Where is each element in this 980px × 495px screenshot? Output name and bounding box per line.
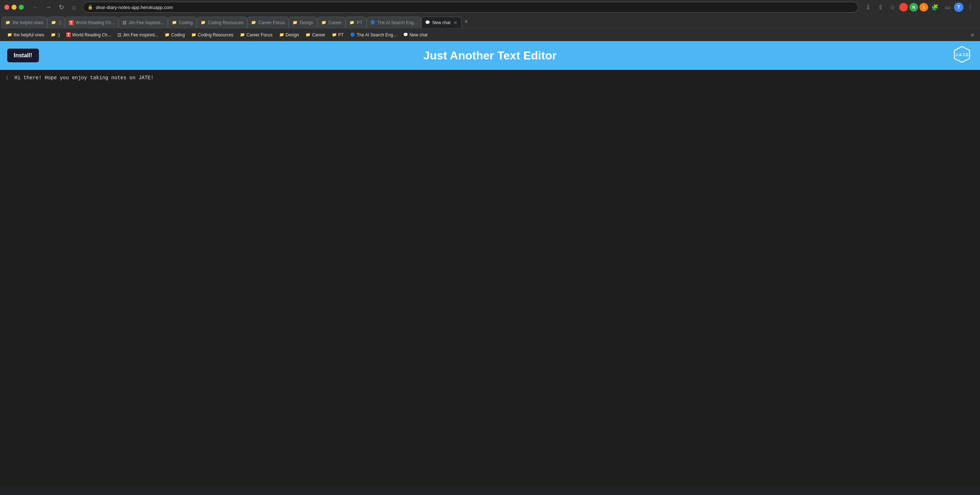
tab-favicon-coding: 📁 — [172, 20, 177, 25]
tab-label-smiley: :) — [58, 20, 61, 25]
tab-label-jimfee: Jim Fee inspired... — [129, 20, 164, 25]
download-button[interactable]: ⇩ — [862, 2, 873, 13]
tab-pt[interactable]: 📁 PT — [345, 17, 366, 28]
nav-buttons: ← → ↻ ⌂ — [30, 2, 80, 13]
tabs-bar: 📁 the helpful ones 📁 :) T World Reading … — [0, 14, 980, 28]
app-header: Install! Just Another Text Editor J.A.T.… — [0, 41, 980, 70]
tab-favicon-design: 📁 — [293, 20, 298, 25]
tab-aisearch[interactable]: 🔵 The AI Search Eng... — [366, 17, 422, 28]
maximize-window-button[interactable] — [19, 5, 24, 10]
bookmark-icon-career: 📁 — [305, 32, 310, 37]
address-bar[interactable]: 🔒 dear-diary-notes-app.herokuapp.com — [83, 2, 858, 13]
tab-career[interactable]: 📁 Career — [317, 17, 346, 28]
address-text: dear-diary-notes-app.herokuapp.com — [96, 5, 854, 10]
extension-icon-green[interactable]: N — [909, 3, 918, 11]
tab-smiley[interactable]: 📁 :) — [47, 17, 65, 28]
tab-label-helpful: the helpful ones — [13, 20, 43, 25]
editor-area[interactable]: 1 Hi there! Hope you enjoy taking notes … — [0, 70, 980, 485]
bookmark-label-codingres: Coding Resources — [198, 32, 234, 37]
back-button[interactable]: ← — [30, 2, 41, 13]
close-window-button[interactable] — [4, 5, 10, 10]
browser-toolbar-icons: ⇩ ⇧ ☆ N 1 🧩 ▭ T ⋮ — [862, 2, 976, 13]
tab-label-design: Design — [300, 20, 313, 25]
bookmark-label-jimfee: Jim Fee inspired... — [123, 32, 158, 37]
bookmark-icon-coding: 📁 — [165, 32, 170, 37]
tab-favicon-career: 📁 — [321, 20, 326, 25]
toggle-sidebar-button[interactable]: ▭ — [942, 2, 953, 13]
bookmark-world[interactable]: T World Reading Ch... — [64, 31, 114, 39]
bookmark-coding[interactable]: 📁 Coding — [162, 31, 188, 39]
more-menu-button[interactable]: ⋮ — [965, 2, 976, 13]
bookmark-icon-codingres: 📁 — [191, 32, 196, 37]
tab-favicon-helpful: 📁 — [5, 20, 10, 25]
extensions-button[interactable]: 🧩 — [929, 2, 940, 13]
tab-favicon-smiley: 📁 — [51, 20, 56, 25]
bookmark-careerfocus[interactable]: 📁 Career Focus — [237, 31, 275, 39]
bookmark-icon-newchat: 💬 — [403, 32, 408, 37]
tab-label-coding: Coding — [179, 20, 193, 25]
bookmark-label-careerfocus: Career Focus — [247, 32, 273, 37]
tab-world[interactable]: T World Reading Ch... — [65, 17, 119, 28]
bookmark-jimfee[interactable]: 🖼 Jim Fee inspired... — [115, 31, 161, 39]
bookmarks-more-button[interactable]: » — [969, 31, 976, 38]
tab-label-careerfocus: Career Focus — [258, 20, 285, 25]
tab-newchat[interactable]: 💬 New chat ✕ — [421, 17, 461, 28]
title-bar: ← → ↻ ⌂ 🔒 dear-diary-notes-app.herokuapp… — [0, 0, 980, 14]
jate-hex-icon: J.A.T.E — [953, 45, 971, 66]
bookmark-star-button[interactable]: ☆ — [887, 2, 898, 13]
bookmark-icon-pt: 📁 — [332, 32, 337, 37]
tab-design[interactable]: 📁 Design — [289, 17, 317, 28]
reload-button[interactable]: ↻ — [56, 2, 67, 13]
tab-close-newchat[interactable]: ✕ — [453, 20, 458, 25]
bookmark-helpful[interactable]: 📁 the helpful ones — [4, 31, 47, 39]
home-button[interactable]: ⌂ — [68, 2, 80, 13]
bookmark-aisearch[interactable]: 🔵 The AI Search Eng... — [347, 31, 399, 39]
lock-icon: 🔒 — [88, 5, 93, 10]
window-controls — [4, 5, 24, 10]
bookmark-icon-world: T — [66, 32, 71, 37]
share-button[interactable]: ⇧ — [875, 2, 886, 13]
browser-chrome: ← → ↻ ⌂ 🔒 dear-diary-notes-app.herokuapp… — [0, 0, 980, 41]
line-number-1: 1 — [0, 75, 14, 81]
bookmark-pt[interactable]: 📁 PT — [329, 31, 347, 39]
bookmark-icon-helpful: 📁 — [7, 32, 12, 37]
jate-logo: J.A.T.E — [951, 45, 973, 66]
bookmark-icon-aisearch: 🔵 — [350, 32, 355, 37]
bookmark-label-world: World Reading Ch... — [72, 32, 111, 37]
bookmark-design[interactable]: 📁 Design — [276, 31, 302, 39]
bookmark-icon-design: 📁 — [279, 32, 284, 37]
bookmark-label-design: Design — [286, 32, 299, 37]
bookmark-label-smiley: :) — [57, 32, 60, 37]
minimize-window-button[interactable] — [11, 5, 17, 10]
bookmark-smiley[interactable]: 📁 :) — [48, 31, 63, 39]
extension-icon-orange[interactable]: 1 — [920, 3, 928, 11]
forward-button[interactable]: → — [43, 2, 54, 13]
install-button[interactable]: Install! — [7, 49, 39, 62]
app-title: Just Another Text Editor — [423, 49, 557, 62]
bookmark-label-pt: PT — [338, 32, 344, 37]
bookmark-newchat[interactable]: 💬 New chat — [400, 31, 431, 39]
bookmark-label-aisearch: The AI Search Eng... — [357, 32, 397, 37]
bookmark-label-coding: Coding — [171, 32, 185, 37]
bookmark-label-helpful: the helpful ones — [14, 32, 44, 37]
tab-label-world: World Reading Ch... — [76, 20, 115, 25]
extension-icon-red[interactable] — [899, 3, 908, 11]
bookmark-icon-smiley: 📁 — [51, 32, 56, 37]
tab-favicon-newchat: 💬 — [425, 20, 430, 25]
bookmark-codingres[interactable]: 📁 Coding Resources — [188, 31, 236, 39]
tab-favicon-careerfocus: 📁 — [251, 20, 256, 25]
tab-careerfocus[interactable]: 📁 Career Focus — [247, 17, 289, 28]
bookmark-icon-careerfocus: 📁 — [240, 32, 245, 37]
tab-codingres[interactable]: 📁 Coding Resources — [197, 17, 248, 28]
tab-coding[interactable]: 📁 Coding — [168, 17, 197, 28]
bookmark-career[interactable]: 📁 Career — [303, 31, 328, 39]
profile-icon[interactable]: T — [954, 3, 963, 12]
tab-jimfee[interactable]: 🖼 Jim Fee inspired... — [119, 17, 168, 28]
bookmark-label-career: Career — [312, 32, 325, 37]
tabs-more-button[interactable]: » — [461, 14, 471, 28]
tab-helpful[interactable]: 📁 the helpful ones — [2, 17, 47, 28]
tab-label-newchat: New chat — [432, 20, 450, 25]
tab-favicon-world: T — [69, 20, 73, 25]
editor-line-1: 1 Hi there! Hope you enjoy taking notes … — [0, 74, 980, 81]
line-content-1: Hi there! Hope you enjoy taking notes on… — [14, 75, 980, 81]
